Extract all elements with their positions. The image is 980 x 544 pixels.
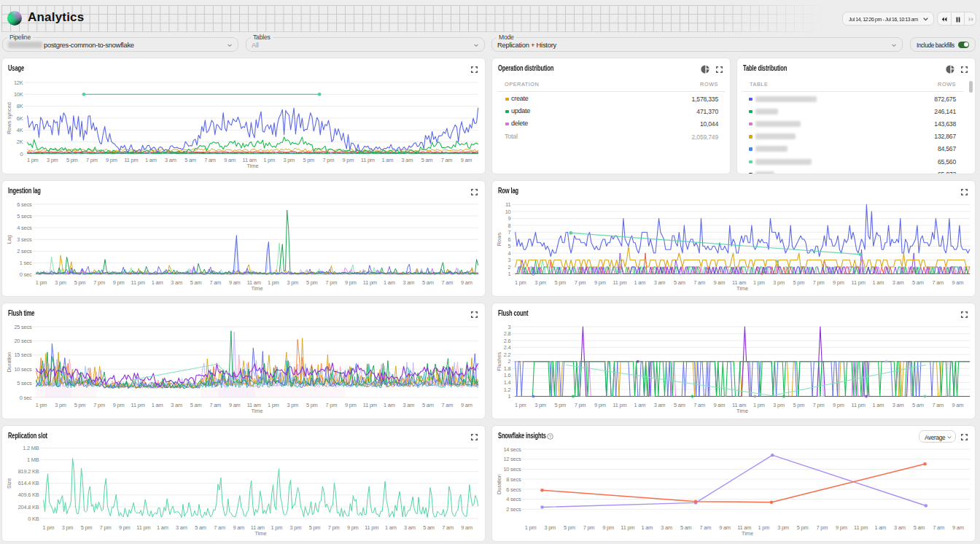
svg-text:5 am: 5 am: [422, 279, 434, 286]
svg-text:5 am: 5 am: [674, 279, 685, 286]
svg-text:7 am: 7 am: [693, 402, 705, 408]
svg-text:2.2: 2.2: [504, 351, 511, 358]
svg-text:1 pm: 1 pm: [263, 157, 275, 163]
svg-text:3 pm: 3 pm: [55, 402, 66, 408]
svg-text:11 pm: 11 pm: [131, 279, 145, 286]
svg-text:11 pm: 11 pm: [613, 279, 627, 286]
svg-text:Time: Time: [742, 530, 753, 537]
svg-text:5 secs: 5 secs: [17, 213, 32, 219]
svg-text:1 sec: 1 sec: [20, 260, 32, 266]
svg-text:3 pm: 3 pm: [534, 402, 546, 408]
svg-text:7 am: 7 am: [693, 279, 705, 286]
svg-text:14 secs: 14 secs: [503, 446, 521, 453]
svg-text:11 pm: 11 pm: [363, 402, 377, 408]
svg-text:7 pm: 7 pm: [575, 402, 586, 408]
svg-text:3 am: 3 am: [402, 402, 414, 408]
svg-text:3 am: 3 am: [171, 402, 182, 408]
svg-text:3 pm: 3 pm: [283, 157, 295, 163]
svg-text:1: 1: [508, 393, 511, 400]
svg-text:204.8 KB: 204.8 KB: [18, 504, 39, 510]
svg-text:9 pm: 9 pm: [345, 402, 357, 408]
svg-text:9 am: 9 am: [461, 524, 472, 531]
svg-text:2: 2: [508, 264, 511, 271]
svg-text:1 am: 1 am: [873, 279, 884, 286]
svg-text:Time: Time: [251, 285, 262, 292]
svg-text:3 pm: 3 pm: [777, 524, 789, 531]
svg-text:7 am: 7 am: [933, 524, 944, 531]
svg-text:2 secs: 2 secs: [506, 506, 521, 513]
svg-text:5 am: 5 am: [195, 524, 206, 531]
svg-text:3 am: 3 am: [402, 157, 413, 163]
svg-text:3 pm: 3 pm: [773, 279, 785, 286]
svg-text:11 pm: 11 pm: [363, 279, 377, 286]
svg-text:1 pm: 1 pm: [36, 279, 47, 286]
svg-text:1 pm: 1 pm: [27, 157, 39, 163]
svg-text:9 am: 9 am: [461, 279, 472, 286]
svg-text:1.2: 1.2: [504, 386, 511, 393]
svg-text:9 pm: 9 pm: [113, 279, 125, 286]
svg-text:7 pm: 7 pm: [322, 157, 334, 163]
svg-text:7 pm: 7 pm: [86, 157, 98, 163]
svg-text:3 pm: 3 pm: [287, 402, 298, 408]
svg-text:11 pm: 11 pm: [136, 524, 150, 531]
svg-text:1 pm: 1 pm: [43, 524, 55, 531]
svg-text:1 pm: 1 pm: [515, 402, 526, 408]
svg-text:3 am: 3 am: [165, 157, 176, 163]
svg-text:1 am: 1 am: [152, 279, 163, 286]
svg-text:7 pm: 7 pm: [93, 279, 105, 286]
svg-text:9 pm: 9 pm: [833, 279, 844, 286]
svg-text:5 secs: 5 secs: [17, 380, 32, 386]
svg-text:5 am: 5 am: [674, 402, 685, 408]
svg-text:25 secs: 25 secs: [14, 324, 32, 330]
svg-text:Size: Size: [6, 478, 12, 489]
svg-text:11 pm: 11 pm: [124, 157, 138, 163]
svg-text:3 pm: 3 pm: [290, 524, 302, 531]
svg-text:3 am: 3 am: [894, 524, 906, 531]
svg-text:Time: Time: [251, 408, 262, 414]
svg-text:15 secs: 15 secs: [14, 351, 32, 358]
svg-text:5 pm: 5 pm: [303, 157, 314, 163]
svg-text:3 secs: 3 secs: [17, 236, 32, 243]
svg-text:7 pm: 7 pm: [325, 279, 337, 286]
svg-text:1 am: 1 am: [634, 402, 645, 408]
svg-text:0 sec: 0 sec: [20, 271, 32, 278]
svg-text:3 pm: 3 pm: [534, 279, 546, 286]
svg-text:3 am: 3 am: [892, 279, 904, 286]
svg-text:3 pm: 3 pm: [62, 524, 74, 531]
svg-text:11 pm: 11 pm: [852, 279, 866, 286]
svg-text:9 am: 9 am: [224, 157, 236, 163]
svg-text:9 pm: 9 pm: [106, 157, 117, 163]
svg-text:7 pm: 7 pm: [575, 279, 586, 286]
svg-text:10 secs: 10 secs: [14, 366, 32, 373]
svg-text:7 pm: 7 pm: [100, 524, 112, 531]
svg-text:1 pm: 1 pm: [268, 402, 279, 408]
svg-text:11 pm: 11 pm: [854, 524, 868, 531]
svg-text:3 pm: 3 pm: [287, 279, 298, 286]
svg-text:7 pm: 7 pm: [583, 524, 595, 531]
svg-text:1.2 MB: 1.2 MB: [23, 445, 39, 451]
svg-text:7 am: 7 am: [700, 524, 712, 531]
svg-text:Time: Time: [736, 285, 748, 292]
svg-text:5 am: 5 am: [422, 402, 434, 408]
svg-text:3 am: 3 am: [176, 524, 187, 531]
svg-text:9 pm: 9 pm: [119, 524, 131, 531]
svg-text:2K: 2K: [17, 139, 23, 145]
svg-text:5 pm: 5 pm: [306, 279, 318, 286]
svg-text:7 am: 7 am: [441, 157, 453, 163]
svg-text:7 am: 7 am: [204, 157, 216, 163]
svg-text:Time: Time: [254, 530, 266, 537]
svg-text:9 pm: 9 pm: [833, 402, 844, 408]
svg-text:0 sec: 0 sec: [20, 395, 32, 401]
svg-text:7 am: 7 am: [214, 524, 225, 531]
svg-text:1 pm: 1 pm: [758, 524, 769, 531]
svg-text:7 am: 7 am: [209, 279, 221, 286]
svg-text:3 am: 3 am: [654, 402, 666, 408]
svg-text:1.4: 1.4: [504, 379, 511, 386]
svg-text:9 pm: 9 pm: [347, 524, 359, 531]
svg-text:7 pm: 7 pm: [328, 524, 340, 531]
svg-text:2: 2: [508, 358, 511, 365]
svg-text:2.8: 2.8: [504, 330, 511, 337]
svg-text:6: 6: [508, 236, 511, 243]
svg-text:7: 7: [508, 229, 511, 236]
svg-text:2.4: 2.4: [504, 344, 511, 351]
